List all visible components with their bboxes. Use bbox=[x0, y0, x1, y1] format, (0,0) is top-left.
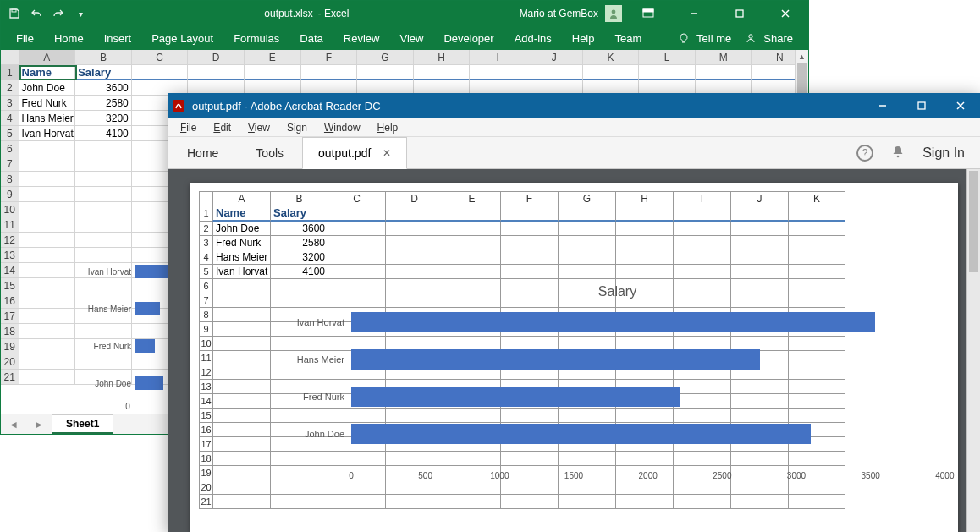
sheet-next-icon[interactable]: ► bbox=[34, 419, 44, 431]
close-icon[interactable] bbox=[941, 93, 980, 118]
cell[interactable]: Salary bbox=[75, 65, 132, 80]
cell[interactable] bbox=[75, 156, 132, 172]
excel-embedded-chart[interactable]: Ivan Horvat Hans Meier Fred Nurk John Do… bbox=[85, 253, 170, 415]
cell[interactable] bbox=[245, 65, 301, 80]
row-header[interactable]: 16 bbox=[1, 293, 19, 309]
qat-more-icon[interactable]: ▾ bbox=[74, 7, 87, 20]
scrollbar-thumb[interactable] bbox=[969, 171, 978, 272]
cell[interactable]: 3200 bbox=[75, 111, 132, 126]
maximize-icon[interactable] bbox=[902, 93, 941, 118]
notifications-icon[interactable] bbox=[890, 144, 906, 162]
cell[interactable]: 4100 bbox=[75, 126, 132, 141]
undo-icon[interactable] bbox=[30, 7, 43, 20]
cell[interactable]: Ivan Horvat bbox=[19, 126, 76, 141]
row-header[interactable]: 15 bbox=[1, 278, 19, 293]
tab-data[interactable]: Data bbox=[291, 29, 331, 48]
acrobat-document-tab[interactable]: output.pdf ✕ bbox=[302, 137, 407, 169]
tab-review[interactable]: Review bbox=[335, 29, 388, 48]
user-name[interactable]: Mario at GemBox bbox=[520, 8, 598, 19]
cell[interactable] bbox=[19, 233, 76, 248]
col-header[interactable]: C bbox=[132, 50, 189, 64]
row-header[interactable]: 8 bbox=[1, 172, 19, 187]
cell[interactable] bbox=[639, 65, 696, 80]
tab-page-layout[interactable]: Page Layout bbox=[143, 29, 222, 48]
menu-view[interactable]: View bbox=[241, 120, 277, 135]
row-header[interactable]: 4 bbox=[1, 111, 19, 126]
share-button[interactable]: Share bbox=[762, 29, 801, 48]
minimize-icon[interactable] bbox=[674, 1, 713, 26]
row-header[interactable]: 9 bbox=[1, 187, 19, 202]
help-icon[interactable]: ? bbox=[856, 145, 873, 162]
row-header[interactable]: 5 bbox=[1, 126, 19, 141]
cell[interactable] bbox=[526, 65, 583, 80]
cell[interactable] bbox=[132, 65, 189, 80]
row-header[interactable]: 20 bbox=[1, 354, 19, 370]
cell[interactable]: 3600 bbox=[75, 80, 132, 96]
menu-window[interactable]: Window bbox=[317, 120, 367, 135]
cell[interactable] bbox=[75, 202, 132, 217]
sheet-prev-icon[interactable]: ◄ bbox=[8, 419, 19, 431]
cell[interactable] bbox=[583, 65, 640, 80]
cell[interactable] bbox=[357, 65, 414, 80]
cell[interactable]: Name bbox=[19, 65, 76, 80]
cell[interactable] bbox=[75, 187, 132, 202]
user-avatar-icon[interactable] bbox=[605, 5, 622, 22]
cell[interactable] bbox=[414, 65, 471, 80]
row-header[interactable]: 12 bbox=[1, 233, 19, 248]
menu-help[interactable]: Help bbox=[371, 120, 405, 135]
scroll-up-icon[interactable]: ▲ bbox=[796, 50, 808, 63]
cell[interactable] bbox=[19, 339, 76, 354]
cell[interactable] bbox=[75, 233, 132, 248]
ribbon-display-icon[interactable] bbox=[629, 1, 668, 26]
cell[interactable] bbox=[19, 141, 76, 156]
cell[interactable]: 2580 bbox=[75, 96, 132, 111]
cell[interactable] bbox=[19, 156, 76, 172]
maximize-icon[interactable] bbox=[720, 1, 759, 26]
scrollbar-thumb[interactable] bbox=[797, 63, 807, 97]
row-header[interactable]: 7 bbox=[1, 156, 19, 172]
cell[interactable] bbox=[19, 354, 76, 370]
tell-me[interactable]: Tell me bbox=[695, 29, 740, 48]
col-header[interactable]: I bbox=[470, 50, 526, 64]
row-header[interactable]: 2 bbox=[1, 80, 19, 96]
row-header[interactable]: 13 bbox=[1, 248, 19, 263]
col-header[interactable]: K bbox=[583, 50, 640, 64]
cell[interactable] bbox=[75, 217, 132, 233]
col-header[interactable]: H bbox=[414, 50, 471, 64]
col-header[interactable]: G bbox=[357, 50, 414, 64]
col-header[interactable]: D bbox=[188, 50, 245, 64]
tab-team[interactable]: Team bbox=[607, 29, 651, 48]
cell[interactable] bbox=[19, 217, 76, 233]
cell[interactable] bbox=[301, 65, 358, 80]
row-header[interactable]: 21 bbox=[1, 370, 19, 385]
col-header[interactable]: A bbox=[19, 50, 76, 64]
cell[interactable] bbox=[19, 370, 76, 385]
cell[interactable] bbox=[19, 278, 76, 293]
tab-help[interactable]: Help bbox=[564, 29, 603, 48]
cell[interactable]: John Doe bbox=[19, 80, 76, 96]
col-header[interactable]: B bbox=[75, 50, 132, 64]
col-header[interactable]: F bbox=[301, 50, 358, 64]
tab-addins[interactable]: Add-ins bbox=[506, 29, 560, 48]
tab-developer[interactable]: Developer bbox=[435, 29, 502, 48]
row-header[interactable]: 17 bbox=[1, 309, 19, 324]
tab-view[interactable]: View bbox=[391, 29, 432, 48]
cell[interactable] bbox=[188, 65, 245, 80]
menu-edit[interactable]: Edit bbox=[206, 120, 238, 135]
redo-icon[interactable] bbox=[52, 7, 65, 20]
row-header[interactable]: 19 bbox=[1, 339, 19, 354]
sign-in-button[interactable]: Sign In bbox=[922, 145, 965, 161]
row-header[interactable]: 14 bbox=[1, 263, 19, 278]
save-icon[interactable] bbox=[8, 7, 21, 20]
close-tab-icon[interactable]: ✕ bbox=[383, 147, 391, 159]
menu-file[interactable]: File bbox=[173, 120, 203, 135]
cell[interactable] bbox=[19, 293, 76, 309]
cell[interactable] bbox=[19, 187, 76, 202]
cell[interactable] bbox=[19, 248, 76, 263]
cell[interactable]: Hans Meier bbox=[19, 111, 76, 126]
cell[interactable] bbox=[75, 141, 132, 156]
tab-insert[interactable]: Insert bbox=[96, 29, 140, 48]
close-icon[interactable] bbox=[766, 1, 805, 26]
col-header[interactable]: E bbox=[245, 50, 301, 64]
menu-sign[interactable]: Sign bbox=[280, 120, 314, 135]
